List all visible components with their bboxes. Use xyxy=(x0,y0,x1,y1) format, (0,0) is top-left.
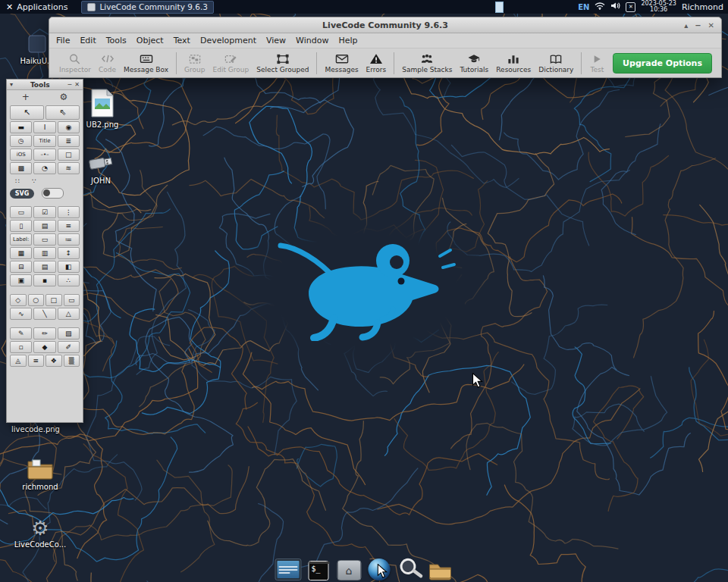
home-folder-icon[interactable]: ⌂ xyxy=(336,555,362,580)
clock-widget-tool[interactable]: ◷ xyxy=(10,135,32,147)
toolbar-dictionary[interactable]: Dictionary xyxy=(535,52,577,74)
menu-view[interactable]: View xyxy=(266,36,286,45)
menu-help[interactable]: Help xyxy=(338,36,357,45)
lines-widget-tool[interactable]: ≋ xyxy=(58,162,80,174)
palette-menu-icon[interactable]: ▾ xyxy=(10,81,13,88)
menu-tools[interactable]: Tools xyxy=(106,36,127,45)
header-widget-tool[interactable]: Title xyxy=(33,135,55,147)
eraser-tool[interactable]: ✐ xyxy=(58,341,80,353)
tool-cell[interactable]: ▭ xyxy=(10,206,32,218)
tool-cell[interactable]: ▪ xyxy=(33,274,55,286)
terminal-icon[interactable]: $_ xyxy=(306,555,332,580)
toolbar-group[interactable]: Group xyxy=(180,52,209,74)
tool-cell[interactable]: ◧ xyxy=(58,261,80,273)
tool-cell[interactable]: ∴ xyxy=(58,274,80,286)
taskbar-window-button[interactable]: LiveCode Community 9.6.3 xyxy=(81,1,213,14)
scrollbar-tool[interactable]: ↕ xyxy=(58,247,80,259)
notification-close-icon[interactable]: ✕ xyxy=(626,2,635,12)
list-widget-tool[interactable]: ≣ xyxy=(58,135,80,147)
tool-cell[interactable]: ⋮ xyxy=(58,206,80,218)
add-tool-icon[interactable]: + xyxy=(22,92,30,102)
brush-tool[interactable]: ✎ xyxy=(10,327,32,340)
chart-widget-tool[interactable]: ◔ xyxy=(33,162,55,174)
tool-cell[interactable]: ▯ xyxy=(10,220,32,232)
toolbar-tutorials[interactable]: Tutorials xyxy=(456,52,492,74)
pointer-tool[interactable]: ⇖ xyxy=(46,105,80,120)
toolbar-messages[interactable]: Messages xyxy=(321,52,362,74)
fill-tool[interactable]: ◆ xyxy=(33,341,55,353)
palette-settings-icon[interactable]: ⚙ xyxy=(59,92,67,102)
menu-edit[interactable]: Edit xyxy=(80,36,96,45)
slider-widget-tool[interactable]: –•– xyxy=(33,149,55,161)
volume-icon[interactable] xyxy=(610,2,620,12)
toolbar-errors[interactable]: Errors xyxy=(362,52,391,74)
tool-cell[interactable]: ▭ xyxy=(33,233,55,246)
tool-cell[interactable]: ▥ xyxy=(33,247,55,259)
tool-cell[interactable]: ⊟ xyxy=(10,261,32,273)
draw-tool[interactable]: ∿ xyxy=(10,308,32,320)
menu-file[interactable]: File xyxy=(56,36,70,45)
livecode-titlebar[interactable]: LiveCode Community 9.6.3 ▴ − ✕ xyxy=(49,17,721,33)
pattern-fill-tool[interactable]: ▨ xyxy=(58,327,80,340)
toolbar-code[interactable]: Code xyxy=(95,52,120,74)
image-tool[interactable]: ▩ xyxy=(10,162,32,174)
toolbar-edit-group[interactable]: Edit Group xyxy=(209,52,253,74)
palette-minimize-icon[interactable]: − xyxy=(67,81,73,88)
tool-cell[interactable]: ▣ xyxy=(10,274,32,286)
shape-tool[interactable]: □ xyxy=(46,294,62,306)
workspace-pager[interactable] xyxy=(495,2,504,13)
wifi-icon[interactable] xyxy=(595,2,605,12)
tool-cell[interactable]: ▦ xyxy=(10,247,32,259)
display-settings-icon[interactable] xyxy=(275,555,302,580)
desktop-icon-richmond-folder[interactable]: richmond xyxy=(11,456,70,491)
select-tool[interactable]: ▫ xyxy=(10,341,32,353)
paint-tool[interactable]: ◬ xyxy=(10,355,27,367)
keyboard-layout-indicator[interactable]: EN xyxy=(578,3,589,11)
checkbox-tool[interactable]: ☑ xyxy=(33,206,55,218)
pattern-tool[interactable]: ∵ xyxy=(27,176,42,186)
paint-tool[interactable]: ≡ xyxy=(28,355,45,367)
clock[interactable]: 2023-05-23 10:36 xyxy=(641,1,676,14)
browser-widget-tool[interactable]: ◉ xyxy=(58,121,80,133)
menu-text[interactable]: Text xyxy=(174,36,190,45)
toolbar-message-box[interactable]: Message Box xyxy=(120,52,172,74)
shape-tool[interactable]: ▭ xyxy=(64,294,80,306)
upgrade-options-button[interactable]: Upgrade Options xyxy=(613,53,712,74)
toolbar-inspector[interactable]: Inspector xyxy=(55,52,95,74)
label-tool[interactable]: Label: xyxy=(10,233,32,246)
line-tool[interactable]: ╲ xyxy=(33,308,55,320)
tools-palette-titlebar[interactable]: ▾ Tools − ✕ xyxy=(7,80,83,90)
field-tool[interactable]: I xyxy=(33,121,55,133)
tool-cell[interactable]: ≔ xyxy=(58,233,80,246)
shape-tool[interactable]: ◇ xyxy=(10,294,27,306)
menu-development[interactable]: Development xyxy=(200,36,256,45)
applications-menu[interactable]: ✕ Applications xyxy=(0,0,74,14)
ios-widget-tool[interactable]: iOS xyxy=(10,149,32,161)
polygon-tool[interactable]: △ xyxy=(58,308,80,320)
desktop-icon-livecode-png[interactable]: livecode.png xyxy=(6,425,65,433)
toolbar-sample-stacks[interactable]: Sample Stacks xyxy=(398,52,456,74)
tool-cell[interactable]: ≡ xyxy=(58,220,80,232)
palette-close-icon[interactable]: ✕ xyxy=(74,81,80,88)
close-button[interactable]: ✕ xyxy=(708,21,714,30)
shape-tool[interactable]: ○ xyxy=(28,294,45,306)
toolbar-resources[interactable]: Resources xyxy=(492,52,535,74)
menu-object[interactable]: Object xyxy=(136,36,164,45)
minimize-button[interactable]: − xyxy=(695,21,701,30)
shade-button[interactable]: ▴ xyxy=(684,21,688,30)
player-widget-tool[interactable]: □ xyxy=(58,149,80,161)
search-icon[interactable] xyxy=(394,553,425,582)
tool-cell[interactable]: ▤ xyxy=(33,261,55,273)
desktop-icon-livecode-app[interactable]: ⚙ LiveCodeCo... xyxy=(11,518,70,549)
files-folder-icon[interactable] xyxy=(427,555,453,580)
tool-cell[interactable]: ▤ xyxy=(33,220,55,232)
menu-window[interactable]: Window xyxy=(296,36,328,45)
pencil-tool[interactable]: ✏ xyxy=(33,327,55,340)
toolbar-select-grouped[interactable]: Select Grouped xyxy=(253,52,312,74)
svg-toggle[interactable] xyxy=(42,188,64,199)
paint-tool[interactable]: ❖ xyxy=(46,355,62,367)
browse-tool[interactable]: ↖ xyxy=(10,105,44,120)
pattern-tool[interactable]: ∷ xyxy=(10,176,25,186)
toolbar-test[interactable]: Test xyxy=(585,52,608,74)
paint-tool[interactable]: ▒ xyxy=(64,355,80,367)
